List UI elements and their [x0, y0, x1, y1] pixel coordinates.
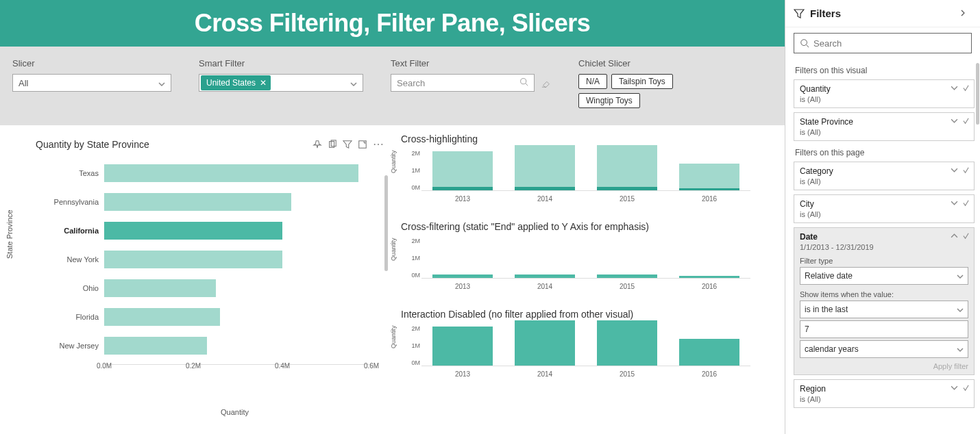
filter-pane: Filters Search Filters on this visual Qu…: [785, 0, 980, 434]
mini-chart-title: Cross-highlighting: [401, 133, 764, 144]
mini-bar[interactable]: [430, 327, 495, 366]
smart-filter-input[interactable]: United States ✕: [199, 74, 363, 92]
mini-bar[interactable]: [512, 320, 578, 366]
hbar-bar[interactable]: [104, 164, 358, 182]
chevron-down-icon[interactable]: [951, 199, 958, 207]
dashboard-area: Cross Filtering, Filter Pane, Slicers Sl…: [0, 0, 785, 434]
hbar-category-label: Ohio: [36, 284, 104, 292]
svg-point-0: [521, 79, 526, 84]
clear-icon[interactable]: [962, 166, 970, 174]
clear-icon[interactable]: [962, 199, 970, 207]
hbar-row[interactable]: Ohio: [36, 278, 385, 298]
filter-card-state[interactable]: State Province is (All): [794, 112, 975, 141]
chevron-down-icon[interactable]: [951, 117, 958, 125]
chevron-down-icon: [158, 79, 165, 86]
filter-card-sub: is (All): [800, 210, 968, 218]
chevron-down-icon[interactable]: [951, 84, 958, 92]
hbar-bar[interactable]: [104, 222, 282, 240]
svg-line-1: [526, 84, 528, 86]
hbar-bar[interactable]: [104, 251, 282, 268]
filter-section-title: Filters on this visual: [795, 66, 973, 75]
svg-marker-7: [794, 10, 804, 18]
hbar-bar[interactable]: [104, 193, 291, 211]
chiclet-item[interactable]: Tailspin Toys: [611, 74, 673, 89]
mini-bar[interactable]: [594, 275, 660, 278]
hbar-bar[interactable]: [104, 279, 216, 297]
mini-bar[interactable]: [676, 164, 742, 190]
smart-filter-chip[interactable]: United States ✕: [201, 75, 271, 90]
mini-chart-cross-highlight[interactable]: 2M1M0MQuantity2013201420152016: [401, 150, 757, 205]
hbar-category-label: Florida: [36, 313, 104, 321]
scrollbar[interactable]: [384, 175, 388, 271]
filter-card-title: Category: [800, 166, 968, 176]
chiclet-slicer-label: Chiclet Slicer: [578, 58, 722, 68]
y-axis-title: Quantity: [390, 150, 397, 173]
filter-card-quantity[interactable]: Quantity is (All): [794, 79, 975, 108]
chevron-down-icon[interactable]: [951, 166, 958, 174]
text-filter-placeholder: Search: [397, 78, 425, 88]
smart-filter-chip-label: United States: [206, 78, 256, 88]
filter-card-region[interactable]: Region is (All): [794, 379, 975, 408]
text-filter-input[interactable]: Search: [391, 74, 535, 92]
mini-chart-disabled[interactable]: 2M1M0MQuantity2013201420152016: [401, 325, 757, 380]
x-tick: 0.2M: [186, 362, 201, 370]
chiclet-item[interactable]: N/A: [578, 74, 607, 89]
more-icon[interactable]: ⋯: [373, 138, 384, 151]
mini-bar[interactable]: [594, 145, 660, 190]
hbar-row[interactable]: Pennsylvania: [36, 192, 385, 212]
chevron-right-icon[interactable]: [959, 8, 972, 18]
chiclet-item[interactable]: Wingtip Toys: [578, 93, 640, 108]
filter-card-date[interactable]: Date 1/1/2013 - 12/31/2019 Filter type R…: [794, 227, 975, 375]
x-tick: 2013: [455, 370, 470, 378]
clear-icon[interactable]: [962, 84, 970, 92]
mini-bar[interactable]: [512, 145, 578, 190]
hbar-bar[interactable]: [104, 337, 207, 355]
chevron-down-icon[interactable]: [350, 79, 357, 86]
chart-actions: ⋯: [313, 138, 384, 151]
hbar-row[interactable]: New Jersey: [36, 335, 385, 356]
apply-filter-button[interactable]: Apply filter: [800, 362, 968, 370]
hbar-row[interactable]: New York: [36, 249, 385, 270]
hbar-row[interactable]: Texas: [36, 163, 385, 183]
mini-bar[interactable]: [512, 275, 578, 278]
mini-bar[interactable]: [676, 339, 742, 366]
relative-value-input[interactable]: 7: [800, 320, 968, 338]
slicer-dropdown[interactable]: All: [12, 74, 171, 92]
clear-icon[interactable]: [962, 117, 970, 125]
mini-bar[interactable]: [594, 320, 660, 366]
clear-icon[interactable]: [962, 232, 970, 240]
focus-icon[interactable]: [358, 140, 367, 149]
mini-bar[interactable]: [676, 276, 742, 278]
relative-unit-select[interactable]: calendar years: [800, 340, 968, 358]
filter-card-category[interactable]: Category is (All): [794, 162, 975, 190]
mini-bar[interactable]: [430, 275, 495, 278]
filter-card-sub: is (All): [800, 395, 968, 403]
hbar-row[interactable]: Florida: [36, 307, 385, 327]
hbar-row[interactable]: California: [36, 220, 385, 241]
close-icon[interactable]: ✕: [260, 78, 267, 88]
chevron-down-icon[interactable]: [951, 384, 958, 392]
slicer-block: Slicer All: [12, 58, 171, 92]
scrollbar[interactable]: [976, 63, 979, 125]
eraser-icon[interactable]: [541, 78, 551, 90]
show-items-label: Show items when the value:: [800, 290, 968, 298]
x-tick: 2016: [702, 195, 717, 203]
state-bar-chart[interactable]: Quantity by State Province ⋯ State Provi…: [0, 125, 394, 434]
mini-chart-title: Interaction Disabled (no filter applied …: [401, 309, 764, 320]
x-tick: 2015: [620, 283, 635, 290]
pin-icon[interactable]: [313, 140, 322, 149]
relative-op-select[interactable]: is in the last: [800, 301, 968, 318]
copy-icon[interactable]: [328, 140, 337, 149]
filter-type-select[interactable]: Relative date: [800, 267, 968, 285]
filter-search-placeholder: Search: [813, 38, 842, 49]
chevron-up-icon[interactable]: [951, 232, 958, 240]
filter-card-city[interactable]: City is (All): [794, 194, 975, 223]
mini-chart-cross-filter[interactable]: 2M1M0MQuantity2013201420152016: [401, 238, 757, 292]
filter-search-input[interactable]: Search: [794, 33, 972, 53]
clear-icon[interactable]: [962, 384, 970, 392]
mini-bar[interactable]: [430, 151, 495, 190]
hbar-bar[interactable]: [104, 308, 220, 326]
filter-icon[interactable]: [343, 140, 352, 149]
search-icon[interactable]: [519, 77, 528, 88]
x-tick: 2013: [455, 283, 470, 290]
